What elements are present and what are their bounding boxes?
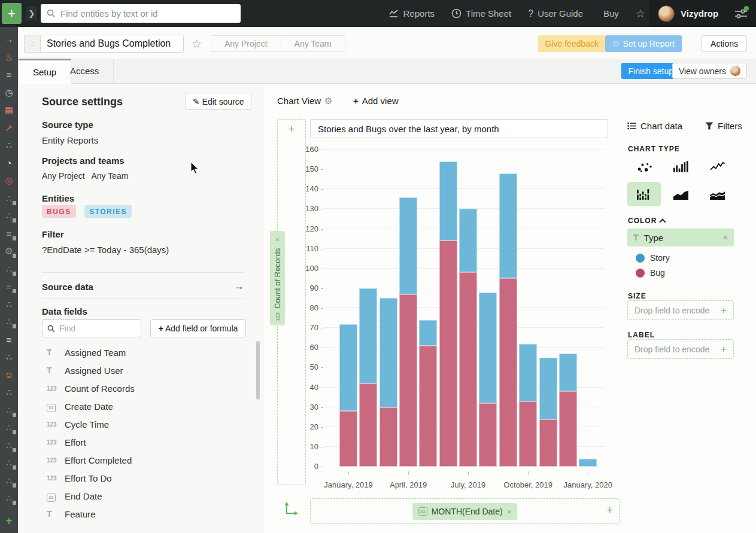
color-field-chip[interactable]: T Type × xyxy=(627,229,734,246)
search-input[interactable] xyxy=(60,8,235,19)
nav-time-sheet[interactable]: Time Sheet xyxy=(451,8,511,19)
target-report-icon[interactable]: ◎ xyxy=(0,173,18,188)
scatter-report-icon[interactable]: ∴ xyxy=(0,138,18,153)
bar-segment-story[interactable] xyxy=(339,324,357,412)
panel-scrollbar[interactable] xyxy=(256,341,260,400)
scatter-locked-icon[interactable]: ∴ xyxy=(0,208,18,224)
collapse-chevron-icon[interactable] xyxy=(660,218,666,225)
bar-segment-story[interactable] xyxy=(379,298,397,407)
clock-report-icon[interactable]: ◔ xyxy=(0,156,18,171)
rocket-report-icon[interactable]: ↗ xyxy=(0,120,18,136)
add-view-button[interactable]: +Add view xyxy=(353,96,399,106)
bar-segment-bug[interactable] xyxy=(359,383,377,467)
scatter-locked-icon[interactable]: ∴ xyxy=(0,473,18,489)
remove-color-field-icon[interactable]: × xyxy=(723,233,728,242)
chart-title-input[interactable] xyxy=(310,119,608,138)
report-title-input[interactable] xyxy=(40,35,184,53)
collapse-arrow-icon[interactable]: → xyxy=(0,32,18,47)
hospital-report-icon[interactable]: ▦ xyxy=(0,102,18,118)
give-feedback-button[interactable]: Give feedback xyxy=(538,35,606,52)
actions-button[interactable]: Actions xyxy=(702,35,747,52)
bar-segment-story[interactable] xyxy=(459,209,477,272)
bar-segment-bug[interactable] xyxy=(479,403,497,467)
field-row[interactable]: 123Cycle Time xyxy=(47,415,244,433)
scatter-report-icon[interactable]: ∴ xyxy=(0,385,18,400)
bar-segment-story[interactable] xyxy=(519,344,537,401)
expand-chevron-icon[interactable]: ❯ xyxy=(26,7,37,20)
scatter-locked-icon[interactable]: ∴ xyxy=(0,314,18,330)
favorite-star-icon[interactable]: ☆ xyxy=(636,7,645,20)
nav-user-guide[interactable]: ? User Guide xyxy=(528,8,583,19)
remove-x-field-icon[interactable]: × xyxy=(507,507,512,516)
scatter-locked-icon[interactable]: ∴ xyxy=(0,455,18,471)
buy-button[interactable]: Buy xyxy=(603,8,619,19)
scatter-locked-icon[interactable]: ∴ xyxy=(0,403,18,418)
bar-segment-bug[interactable] xyxy=(519,401,537,467)
edit-source-button[interactable]: ✎ Edit source xyxy=(186,93,251,110)
bar-segment-bug[interactable] xyxy=(559,391,577,467)
menu-icon[interactable]: ≡ xyxy=(0,332,18,348)
nav-reports[interactable]: Reports xyxy=(388,8,435,19)
bar-segment-story[interactable] xyxy=(439,162,457,241)
filters-tab[interactable]: Filters xyxy=(705,121,742,131)
scatter-report-icon[interactable]: ∴ xyxy=(0,349,18,365)
bar-segment-story[interactable] xyxy=(419,320,437,346)
field-row[interactable]: 31Create Date xyxy=(47,397,244,415)
field-row[interactable]: 123Effort xyxy=(47,433,244,451)
bar-segment-bug[interactable] xyxy=(499,278,517,467)
y-axis-field-chip[interactable]: 123 Count of Records × xyxy=(270,231,285,325)
chart-data-tab[interactable]: Chart data xyxy=(627,121,682,131)
scatter-locked-icon[interactable]: ∴ xyxy=(0,191,18,206)
add-x-field-icon[interactable]: + xyxy=(606,504,613,517)
fire-report-icon[interactable]: ♨ xyxy=(0,50,18,65)
bar-segment-story[interactable] xyxy=(499,173,517,279)
stacked-bar-chart-button[interactable] xyxy=(627,182,661,206)
bar-segment-bug[interactable] xyxy=(399,294,417,467)
person-report-icon[interactable]: ☺ xyxy=(0,367,18,383)
scatter-locked-icon[interactable]: ∴ xyxy=(0,261,18,277)
bar-segment-story[interactable] xyxy=(559,354,577,391)
x-axis-drop-zone[interactable]: 31 MONTH(End Date) × + xyxy=(310,498,620,524)
stacked-area-chart-button[interactable] xyxy=(700,182,734,206)
view-tab-chart-view[interactable]: Chart View⚙ xyxy=(277,96,333,106)
label-drop-zone[interactable]: Drop field to encode + xyxy=(627,339,734,359)
any-team-chip[interactable]: Any Team xyxy=(281,39,345,48)
user-menu[interactable]: Vizydrop xyxy=(649,0,756,27)
source-data-link[interactable]: Source data xyxy=(42,282,93,292)
field-row[interactable]: TAssigned Team xyxy=(47,343,244,361)
scatter-chart-button[interactable] xyxy=(627,154,661,178)
x-axis-field-chip[interactable]: 31 MONTH(End Date) × xyxy=(412,503,518,520)
scatter-locked-icon[interactable]: ∴ xyxy=(0,420,18,435)
list-report-icon[interactable]: ≡ xyxy=(0,67,18,83)
field-row[interactable]: 31End Date xyxy=(47,487,244,505)
bar-segment-bug[interactable] xyxy=(339,411,357,467)
view-owners-button[interactable]: View owners xyxy=(672,63,747,79)
field-row[interactable]: TFeature xyxy=(47,505,244,523)
scatter-locked-icon[interactable]: ∴ xyxy=(0,438,18,453)
arrow-right-icon[interactable]: → xyxy=(233,280,244,293)
line-chart-button[interactable] xyxy=(700,154,734,178)
field-row[interactable]: 123Count of Records xyxy=(47,379,244,397)
field-row[interactable]: TAssigned User xyxy=(47,361,244,379)
scatter-report-icon[interactable]: ∴ xyxy=(0,297,18,312)
bar-segment-bug[interactable] xyxy=(539,419,557,467)
create-button[interactable]: + xyxy=(2,3,22,24)
scatter-locked-icon[interactable]: ∴ xyxy=(0,491,18,506)
view-settings-gear-icon[interactable]: ⚙ xyxy=(324,96,332,106)
bar-segment-bug[interactable] xyxy=(439,240,457,467)
time-report-icon[interactable]: ◷ xyxy=(0,85,18,100)
area-chart-button[interactable] xyxy=(664,182,697,206)
list-locked-icon[interactable]: ≡ xyxy=(0,226,18,242)
bar-chart-button[interactable] xyxy=(664,154,697,178)
bar-segment-bug[interactable] xyxy=(419,346,437,467)
swap-axes-icon[interactable] xyxy=(283,501,298,517)
list-locked-icon[interactable]: ≡ xyxy=(0,279,18,294)
settings-sliders-icon[interactable] xyxy=(734,8,748,19)
bar-segment-story[interactable] xyxy=(359,288,377,383)
field-row[interactable]: 123Effort Completed xyxy=(47,451,244,469)
bar-segment-bug[interactable] xyxy=(379,407,397,467)
field-row[interactable]: 123Effort To Do xyxy=(47,469,244,487)
bar-segment-story[interactable] xyxy=(399,197,417,294)
size-drop-zone[interactable]: Drop field to encode + xyxy=(627,300,734,320)
any-project-chip[interactable]: Any Project xyxy=(211,39,281,48)
